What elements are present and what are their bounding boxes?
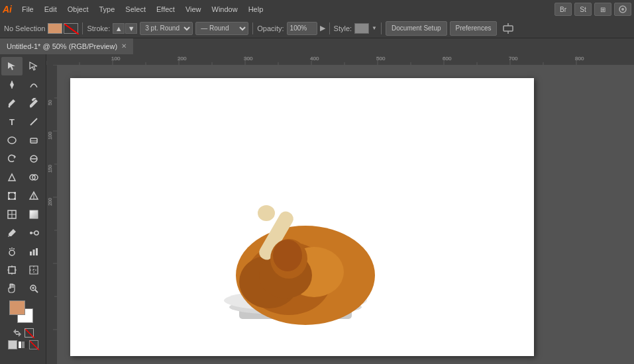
divider1 <box>82 23 83 34</box>
menu-edit[interactable]: Edit <box>40 4 62 15</box>
svg-rect-20 <box>8 198 10 200</box>
blend-tool-btn[interactable] <box>23 224 44 242</box>
svg-line-46 <box>35 290 38 293</box>
options-toolbar: No Selection Stroke: ▲ ▼ 0.5 pt1 pt2 pt3… <box>0 19 634 38</box>
stroke-label: Stroke: <box>87 24 110 32</box>
curvature-tool-btn[interactable] <box>23 75 44 94</box>
svg-rect-36 <box>32 250 34 255</box>
menu-effect[interactable]: Effect <box>152 4 180 15</box>
direct-selection-tool-btn[interactable] <box>23 57 44 75</box>
menu-file[interactable]: File <box>17 4 38 15</box>
grid-btn[interactable]: ⊞ <box>594 3 611 16</box>
artboard-tool-btn[interactable] <box>1 261 23 279</box>
svg-point-1 <box>621 8 624 11</box>
opacity-arrow[interactable]: ▶ <box>320 24 325 32</box>
style-arrow[interactable]: ▼ <box>372 25 377 31</box>
arrange-icons <box>502 23 514 34</box>
menu-object[interactable]: Object <box>63 4 93 15</box>
svg-point-10 <box>8 137 16 144</box>
main-area: T <box>0 54 634 364</box>
stroke-down-btn[interactable]: ▼ <box>125 23 137 34</box>
none-mode-icon[interactable] <box>29 340 38 349</box>
hand-tool-btn[interactable] <box>1 279 23 298</box>
symbol-sprayer-tool-btn[interactable] <box>1 242 23 261</box>
pen-tool-btn[interactable] <box>1 75 23 94</box>
opacity-input[interactable] <box>287 22 317 35</box>
document-tab[interactable]: Untitled-1* @ 50% (RGB/Preview) ✕ <box>0 38 134 54</box>
arrange-icon[interactable] <box>502 23 514 34</box>
pencil-tool-btn[interactable] <box>23 94 44 113</box>
svg-point-100 <box>258 205 275 221</box>
svg-point-34 <box>13 248 15 250</box>
gradient-mode-icon[interactable] <box>19 340 28 349</box>
rotate-tool-btn[interactable] <box>1 150 23 168</box>
preferences-button[interactable]: Preferences <box>450 21 498 36</box>
svg-rect-19 <box>14 192 16 194</box>
line-tool-btn[interactable] <box>23 113 44 131</box>
none-color-icon[interactable] <box>25 328 34 338</box>
stroke-color-box[interactable] <box>64 23 78 34</box>
menu-select[interactable]: Select <box>121 4 150 15</box>
canvas-area[interactable]: 100 200 300 400 500 600 700 800 <box>46 54 634 364</box>
free-transform-tool-btn[interactable] <box>1 187 23 205</box>
swap-colors-icon[interactable] <box>13 328 22 338</box>
svg-line-49 <box>25 329 34 338</box>
svg-text:500: 500 <box>376 56 386 62</box>
tabbar: Untitled-1* @ 50% (RGB/Preview) ✕ <box>0 38 634 54</box>
eyedropper-tool-btn[interactable] <box>1 224 23 242</box>
graph-tool-btn[interactable] <box>23 242 44 261</box>
doc-tab-close[interactable]: ✕ <box>121 43 127 50</box>
zoom-tool-btn[interactable] <box>23 279 44 298</box>
live-btn[interactable] <box>614 3 631 16</box>
document-setup-button[interactable]: Document Setup <box>386 21 447 36</box>
opacity-label: Opacity: <box>257 24 284 32</box>
scale-tool-btn[interactable] <box>1 168 23 187</box>
type-tool-icon: T <box>9 117 15 127</box>
svg-rect-35 <box>30 251 32 255</box>
divider2 <box>252 23 253 34</box>
artboard[interactable] <box>70 78 534 356</box>
svg-line-9 <box>30 118 37 125</box>
svg-text:300: 300 <box>244 56 253 62</box>
svg-rect-51 <box>46 54 634 65</box>
svg-line-2 <box>64 24 79 34</box>
svg-point-31 <box>9 250 15 255</box>
doc-tab-title: Untitled-1* @ 50% (RGB/Preview) <box>7 42 117 50</box>
shape-builder-tool-btn[interactable] <box>23 168 44 187</box>
stock-btn[interactable]: St <box>574 3 592 16</box>
selection-label: No Selection <box>4 24 45 32</box>
gradient-tool-btn[interactable] <box>23 205 44 224</box>
svg-text:200: 200 <box>178 56 187 62</box>
style-label: Style: <box>334 24 352 32</box>
eraser-tool-btn[interactable] <box>23 131 44 150</box>
stroke-up-btn[interactable]: ▲ <box>113 23 125 34</box>
fill-color-box[interactable] <box>48 23 62 34</box>
svg-point-28 <box>30 232 32 234</box>
menu-window[interactable]: Window <box>207 4 242 15</box>
svg-rect-21 <box>14 198 16 200</box>
menu-help[interactable]: Help <box>244 4 268 15</box>
turkey-illustration[interactable] <box>203 143 388 336</box>
menu-type[interactable]: Type <box>95 4 120 15</box>
svg-rect-77 <box>46 65 57 364</box>
paintbrush-tool-btn[interactable] <box>1 94 23 113</box>
mesh-tool-btn[interactable] <box>1 205 23 224</box>
selection-tool-btn[interactable] <box>1 57 23 75</box>
color-mode-icon[interactable] <box>8 340 17 349</box>
canvas-content[interactable] <box>57 65 634 364</box>
type-tool-btn[interactable]: T <box>1 113 23 131</box>
fg-color-swatch[interactable] <box>9 300 25 315</box>
divider4 <box>381 23 382 34</box>
stroke-profile-select[interactable]: 0.5 pt1 pt2 pt3 pt. Round4 pt6 pt <box>140 22 193 35</box>
ellipse-tool-btn[interactable] <box>1 131 23 150</box>
svg-line-50 <box>30 341 39 350</box>
svg-text:600: 600 <box>443 56 452 62</box>
bridge-btn[interactable]: Br <box>555 3 572 16</box>
menu-view[interactable]: View <box>181 4 206 15</box>
turkey-svg <box>203 143 388 335</box>
stroke-end-select[interactable]: — Round <box>195 22 248 35</box>
style-swatch[interactable] <box>354 23 369 34</box>
slice-tool-btn[interactable] <box>23 261 44 279</box>
perspective-tool-btn[interactable] <box>23 187 44 205</box>
warp-tool-btn[interactable] <box>23 150 44 168</box>
